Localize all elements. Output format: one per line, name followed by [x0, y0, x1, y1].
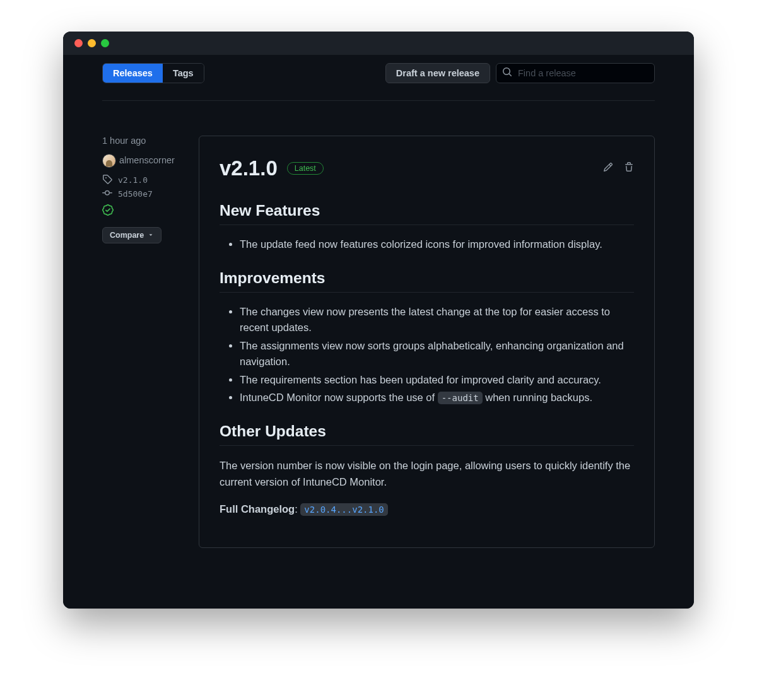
titlebar — [63, 32, 694, 55]
edit-button[interactable] — [603, 162, 613, 175]
list-item: The changes view now presents the latest… — [240, 304, 634, 336]
tabs: Releases Tags — [102, 63, 204, 83]
section-heading: Improvements — [220, 269, 634, 293]
tag-name: v2.1.0 — [118, 175, 148, 185]
latest-badge: Latest — [287, 162, 324, 175]
tab-tags[interactable]: Tags — [163, 64, 204, 83]
changelog-line: Full Changelog: v2.0.4...v2.1.0 — [220, 501, 634, 517]
release-body: New Features The update feed now feature… — [220, 202, 634, 517]
author-name: almenscorner — [119, 154, 175, 168]
delete-button[interactable] — [624, 162, 634, 175]
paragraph: The version number is now visible on the… — [220, 457, 634, 491]
changelog-link[interactable]: v2.0.4...v2.1.0 — [300, 503, 387, 516]
header-bar: Releases Tags Draft a new release — [102, 63, 655, 101]
release-panel: v2.1.0 Latest New Features — [199, 136, 655, 548]
release-time: 1 hour ago — [102, 136, 189, 146]
commit-link[interactable]: 5d500e7 — [102, 188, 189, 200]
tab-releases[interactable]: Releases — [103, 64, 163, 83]
list-item: The assignments view now sorts groups al… — [240, 338, 634, 370]
tag-link[interactable]: v2.1.0 — [102, 174, 189, 186]
commit-icon — [102, 188, 112, 200]
changelog-label: Full Changelog — [220, 503, 295, 515]
draft-release-button[interactable]: Draft a new release — [385, 63, 490, 83]
avatar — [102, 154, 116, 168]
commit-sha: 5d500e7 — [118, 189, 153, 199]
release-version[interactable]: v2.1.0 — [220, 156, 278, 180]
list-item: The requirements section has been update… — [240, 372, 634, 388]
tag-icon — [102, 174, 112, 186]
list-item: The update feed now features colorized i… — [240, 236, 634, 253]
window-minimize[interactable] — [88, 39, 96, 47]
section-heading: Other Updates — [220, 423, 634, 446]
search-input[interactable] — [496, 63, 655, 83]
verified-badge[interactable] — [102, 204, 189, 218]
window-maximize[interactable] — [101, 39, 109, 47]
window: Releases Tags Draft a new release 1 hour… — [63, 32, 694, 609]
release-author[interactable]: almenscorner — [102, 154, 189, 168]
compare-label: Compare — [110, 231, 144, 240]
search-icon — [502, 67, 512, 79]
inline-code: --audit — [438, 392, 483, 404]
section-heading: New Features — [220, 202, 634, 225]
release-sidebar: 1 hour ago almenscorner v2.1.0 — [102, 136, 189, 548]
window-close[interactable] — [74, 39, 83, 47]
list-item: IntuneCD Monitor now supports the use of… — [240, 390, 634, 406]
compare-button[interactable]: Compare — [102, 227, 161, 243]
dropdown-icon — [148, 231, 154, 240]
